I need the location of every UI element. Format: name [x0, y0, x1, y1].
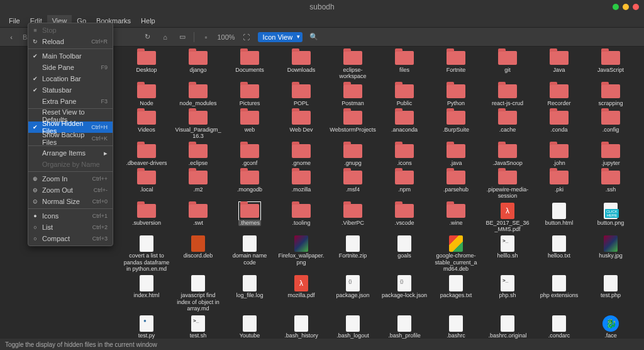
folder-desktop[interactable]: Desktop — [121, 49, 172, 81]
folder-java[interactable]: Java — [533, 49, 585, 81]
file-test-sh[interactable]: test.sh — [172, 315, 224, 339]
file-be-2017-se-36-mms-pdf[interactable]: λBE_2017_SE_36_MMS.pdf — [482, 202, 533, 234]
folder--swt[interactable]: .swt — [172, 202, 224, 234]
file--face[interactable]: 🐉.face — [585, 315, 636, 339]
file-discord-deb[interactable]: discord.deb — [172, 235, 224, 273]
file-goals[interactable]: goals — [379, 235, 430, 273]
folder--msf4[interactable]: .msf4 — [327, 169, 379, 201]
file--bashrc[interactable]: .bashrc — [430, 315, 482, 339]
folder--icons[interactable]: .icons — [379, 142, 430, 167]
file-package-json[interactable]: package.json — [327, 274, 379, 313]
file--bash-profile[interactable]: .bash_profile — [379, 315, 430, 339]
folder-javascript[interactable]: JavaScript — [585, 49, 636, 81]
file-button-png[interactable]: CLICK HEREbutton.png — [585, 202, 636, 234]
folder-videos[interactable]: Videos — [121, 109, 172, 141]
folder--ssh[interactable]: .ssh — [585, 169, 636, 201]
menu-item-location-bar[interactable]: ✔Location Bar — [28, 73, 113, 84]
menu-item-compact[interactable]: ○CompactCtrl+3 — [28, 233, 113, 244]
file--bashrc-original[interactable]: .bashrc.original — [482, 315, 533, 339]
folder--mongodb[interactable]: .mongodb — [224, 169, 275, 201]
folder--pipewire-media-session[interactable]: .pipewire-media-session — [482, 169, 533, 201]
folder-public[interactable]: Public — [379, 82, 430, 108]
zoom-in-icon[interactable]: ⛶ — [240, 31, 253, 43]
folder--m2[interactable]: .m2 — [172, 169, 224, 201]
folder--gconf[interactable]: .gconf — [224, 142, 275, 167]
file-test-py[interactable]: test.py — [121, 315, 172, 339]
back-button[interactable]: ‹ — [5, 31, 18, 43]
folder--tooling[interactable]: .tooling — [275, 202, 327, 234]
folder--mozilla[interactable]: .mozilla — [275, 169, 327, 201]
folder--viberpc[interactable]: .ViberPC — [327, 202, 379, 234]
file-helllo-sh[interactable]: helllo.sh — [482, 235, 533, 273]
file-domain-name-code[interactable]: domain name code — [224, 235, 275, 273]
file--condarc[interactable]: .condarc — [533, 315, 585, 339]
file-packages-txt[interactable]: packages.txt — [430, 274, 482, 313]
file--bash-history[interactable]: .bash_history — [275, 315, 327, 339]
folder-scrapping[interactable]: scrapping — [585, 82, 636, 108]
folder-git[interactable]: git — [482, 49, 533, 81]
folder-popl[interactable]: POPL — [275, 82, 327, 108]
folder--eclipse[interactable]: .eclipse — [172, 142, 224, 167]
file-log-file-log[interactable]: log_file.log — [224, 274, 275, 313]
file-javascript-find-index-of-object-in-array-md[interactable]: javascript find index of object in array… — [172, 274, 224, 313]
menu-item-zoom-in[interactable]: ⊕Zoom InCtrl++ — [28, 173, 113, 184]
search-icon[interactable]: 🔍 — [308, 31, 320, 43]
computer-icon[interactable]: ▭ — [176, 31, 189, 43]
folder--local[interactable]: .local — [121, 169, 172, 201]
folder--pki[interactable]: .pki — [533, 169, 585, 201]
menu-help[interactable]: Help — [136, 15, 160, 26]
close-button[interactable] — [633, 4, 639, 10]
folder-react-js-crud[interactable]: react-js-crud — [482, 82, 533, 108]
folder--gnome[interactable]: .gnome — [275, 142, 327, 167]
folder-django[interactable]: django — [172, 49, 224, 81]
menu-item-show-backup-files[interactable]: Show Backup FilesCtrl+K — [28, 133, 113, 144]
folder-webstormprojects[interactable]: WebstormProjects — [327, 109, 379, 141]
folder--javasnoop[interactable]: .JavaSnoop — [482, 142, 533, 167]
folder--java[interactable]: .java — [430, 142, 482, 167]
file-mozilla-pdf[interactable]: λmozilla.pdf — [275, 274, 327, 313]
folder--jupyter[interactable]: .jupyter — [585, 142, 636, 167]
file-husky-jpg[interactable]: husky.jpg — [585, 235, 636, 273]
folder--vscode[interactable]: .vscode — [379, 202, 430, 234]
folder--dbeaver-drivers[interactable]: .dbeaver-drivers — [121, 142, 172, 167]
folder--cache[interactable]: .cache — [482, 109, 533, 141]
file-covert-a-list-to-pandas-dataframe-in-python-en-md[interactable]: covert a list to pandas dataframe in pyt… — [121, 235, 172, 273]
folder--gnupg[interactable]: .gnupg — [327, 142, 379, 167]
folder-postman[interactable]: Postman — [327, 82, 379, 108]
folder-web-dev[interactable]: Web Dev — [275, 109, 327, 141]
folder-visual-paradigm-16-3[interactable]: Visual_Paradigm_16.3 — [172, 109, 224, 141]
menu-item-arrange-items[interactable]: Arrange Items▸ — [28, 147, 113, 159]
folder-pictures[interactable]: Pictures — [224, 82, 275, 108]
menu-item-normal-size[interactable]: ⊙Normal SizeCtrl+0 — [28, 196, 113, 207]
file-php-sh[interactable]: php.sh — [482, 274, 533, 313]
file-youtube[interactable]: Youtube — [224, 315, 275, 339]
folder--parsehub[interactable]: .parsehub — [430, 169, 482, 201]
folder-web[interactable]: web — [224, 109, 275, 141]
folder-eclipse-workspace[interactable]: eclipse-workspace — [327, 49, 379, 81]
folder--npm[interactable]: .npm — [379, 169, 430, 201]
file-google-chrome-stable-current-amd64-deb[interactable]: google-chrome-stable_current_amd64.deb — [430, 235, 482, 273]
menu-file[interactable]: File — [4, 15, 25, 26]
folder--anaconda[interactable]: .anaconda — [379, 109, 430, 141]
folder--wine[interactable]: .wine — [430, 202, 482, 234]
file-index-html[interactable]: index.html — [121, 274, 172, 313]
folder-files[interactable]: files — [379, 49, 430, 81]
zoom-out-icon[interactable]: ▫ — [199, 31, 212, 43]
folder--burpsuite[interactable]: .BurpSuite — [430, 109, 482, 141]
reload-icon[interactable]: ↻ — [141, 31, 153, 43]
folder-node[interactable]: Node — [121, 82, 172, 108]
folder-documents[interactable]: Documents — [224, 49, 275, 81]
folder-fortnite[interactable]: Fortnite — [430, 49, 482, 81]
menu-item-zoom-out[interactable]: ⊖Zoom OutCtrl+- — [28, 184, 113, 196]
file-php-extensions[interactable]: php extensions — [533, 274, 585, 313]
file--bash-logout[interactable]: .bash_logout — [327, 315, 379, 339]
folder--john[interactable]: .john — [533, 142, 585, 167]
maximize-button[interactable] — [623, 4, 629, 10]
file-firefox-wallpaper-png[interactable]: Firefox_wallpaper.png — [275, 235, 327, 273]
folder--conda[interactable]: .conda — [533, 109, 585, 141]
file-fortnite-zip[interactable]: Fortnite.zip — [327, 235, 379, 273]
folder--subversion[interactable]: .subversion — [121, 202, 172, 234]
minimize-button[interactable] — [613, 4, 619, 10]
menu-item-statusbar[interactable]: ✔Statusbar — [28, 84, 113, 96]
menu-item-icons[interactable]: ●IconsCtrl+1 — [28, 210, 113, 222]
